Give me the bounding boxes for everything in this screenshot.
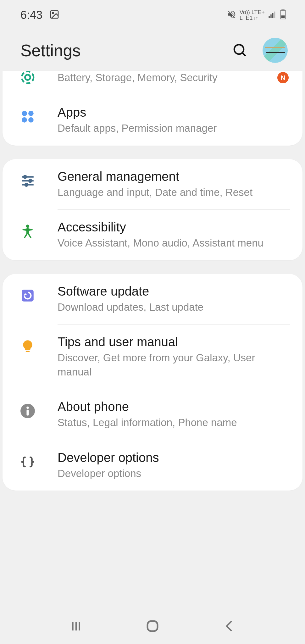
svg-rect-4 <box>272 13 274 18</box>
svg-point-20 <box>29 179 31 182</box>
network-indicators: Vo)) LTE+ LTE1↓↑ <box>240 9 265 21</box>
search-button[interactable] <box>231 42 248 59</box>
svg-point-15 <box>22 117 27 123</box>
settings-group: Software update Download updates, Last u… <box>3 274 302 491</box>
recents-icon <box>69 619 83 633</box>
settings-item-general-management[interactable]: General management Language and input, D… <box>3 159 302 210</box>
svg-point-27 <box>26 407 29 409</box>
back-button[interactable] <box>219 617 238 636</box>
settings-item-device-care[interactable]: Device care Battery, Storage, Memory, Se… <box>3 71 302 95</box>
device-care-icon <box>20 71 36 85</box>
settings-item-software-update[interactable]: Software update Download updates, Last u… <box>3 274 302 325</box>
item-title: Software update <box>58 283 274 299</box>
settings-item-developer[interactable]: Developer options Developer options <box>3 440 302 491</box>
bulb-icon <box>20 338 36 354</box>
settings-item-apps[interactable]: Apps Default apps, Permission manager <box>3 95 302 146</box>
navigation-bar <box>0 608 305 644</box>
apps-icon <box>20 109 36 125</box>
settings-item-tips[interactable]: Tips and user manual Discover, Get more … <box>3 325 302 389</box>
settings-item-accessibility[interactable]: Accessibility Voice Assistant, Mono audi… <box>3 210 302 260</box>
svg-rect-2 <box>269 16 270 18</box>
item-subtitle: Default apps, Permission manager <box>58 121 274 136</box>
svg-point-18 <box>24 175 26 178</box>
svg-point-13 <box>22 111 27 116</box>
home-button[interactable] <box>143 617 162 636</box>
svg-line-10 <box>242 53 246 56</box>
svg-rect-24 <box>22 290 34 302</box>
item-subtitle: Download updates, Last update <box>58 300 274 314</box>
profile-avatar[interactable] <box>263 38 288 63</box>
clock-time: 6:43 <box>20 8 42 22</box>
item-title: Tips and user manual <box>58 334 274 350</box>
svg-point-12 <box>25 75 30 80</box>
svg-point-11 <box>22 71 34 83</box>
item-subtitle: Developer options <box>58 467 274 481</box>
svg-rect-5 <box>274 11 275 18</box>
item-title: About phone <box>58 399 274 414</box>
svg-rect-8 <box>281 15 285 18</box>
settings-group: General management Language and input, D… <box>3 159 302 260</box>
svg-rect-25 <box>26 351 30 352</box>
item-subtitle: Battery, Storage, Memory, Security <box>58 71 274 85</box>
item-subtitle: Voice Assistant, Mono audio, Assistant m… <box>58 236 274 250</box>
notification-badge: N <box>277 72 289 83</box>
svg-rect-32 <box>147 621 158 631</box>
search-icon <box>232 43 247 58</box>
accessibility-icon <box>20 224 36 239</box>
item-title: Accessibility <box>58 219 274 235</box>
svg-point-14 <box>28 111 34 116</box>
item-title: Developer options <box>58 450 274 465</box>
settings-item-about-phone[interactable]: About phone Status, Legal information, P… <box>3 389 302 440</box>
item-subtitle: Discover, Get more from your Galaxy, Use… <box>58 351 274 379</box>
settings-header: Settings <box>0 30 305 71</box>
item-title: General management <box>58 169 274 184</box>
info-icon <box>20 403 36 419</box>
svg-point-22 <box>25 183 28 186</box>
settings-list: Device care Battery, Storage, Memory, Se… <box>0 71 305 491</box>
gallery-icon <box>49 9 59 21</box>
svg-point-23 <box>26 225 29 228</box>
svg-point-1 <box>52 12 53 14</box>
svg-rect-3 <box>270 14 272 18</box>
page-title: Settings <box>20 41 81 60</box>
item-title: Apps <box>58 104 274 120</box>
svg-point-9 <box>234 45 244 54</box>
braces-icon <box>20 454 36 470</box>
svg-point-16 <box>28 117 34 123</box>
signal-icon <box>268 10 277 20</box>
mute-vibrate-icon <box>227 10 236 20</box>
update-icon <box>20 288 36 303</box>
item-subtitle: Language and input, Date and time, Reset <box>58 186 274 200</box>
battery-icon <box>280 9 286 21</box>
svg-rect-28 <box>26 410 29 416</box>
home-icon <box>145 619 160 634</box>
item-subtitle: Status, Legal information, Phone name <box>58 416 274 430</box>
sliders-icon <box>20 173 36 189</box>
status-bar: 6:43 Vo)) LTE+ LTE1↓↑ <box>0 0 305 30</box>
back-icon <box>222 619 236 633</box>
settings-group: Device care Battery, Storage, Memory, Se… <box>3 71 302 146</box>
recents-button[interactable] <box>67 617 86 636</box>
